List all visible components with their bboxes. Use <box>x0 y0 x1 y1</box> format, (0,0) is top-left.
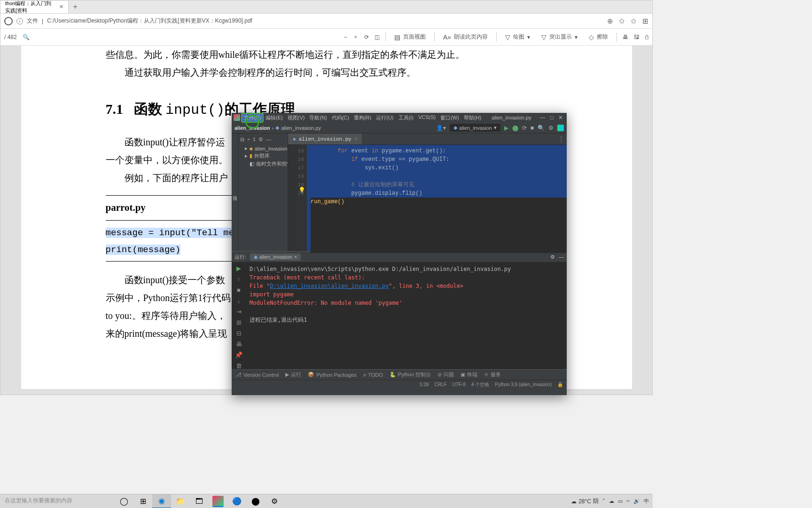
layout-icon[interactable]: ⊞ <box>236 319 242 326</box>
project-tool-stripe[interactable]: 项目 <box>232 134 238 251</box>
run-output[interactable]: D:\alien_invasion\venv\Scripts\python.ex… <box>246 262 567 369</box>
chevron-up-icon[interactable]: ˄ <box>602 498 605 504</box>
print-icon[interactable]: 🖶 <box>236 341 242 348</box>
debug-icon[interactable]: ⬤ <box>512 125 518 131</box>
draw-button[interactable]: ▽绘图▾ <box>502 33 533 41</box>
menu-help[interactable]: 帮助(H) <box>462 114 483 122</box>
plugin-icon[interactable] <box>557 125 564 131</box>
star-icon[interactable]: ✩ <box>619 17 625 25</box>
run-icon[interactable]: ▶ <box>504 125 508 131</box>
tree-select-icon[interactable]: ⊟ <box>240 136 244 143</box>
trash-icon[interactable]: 🗑 <box>236 362 242 369</box>
wifi-icon[interactable]: ⌔ <box>626 499 630 504</box>
highlight-button[interactable]: ▽突出显示▾ <box>539 33 580 41</box>
app-icon[interactable]: ⬤ <box>246 494 265 508</box>
file-link[interactable]: D:\alien_invasion\alien_invasion.py <box>270 283 389 289</box>
up-icon[interactable]: ↑ <box>237 276 241 283</box>
cast-icon[interactable]: ▭ <box>618 498 623 504</box>
save-icon[interactable]: 🖫 <box>634 34 640 40</box>
python-console-button[interactable]: 🐍 Python 控制台 <box>390 371 431 378</box>
pycharm-titlebar[interactable]: 文件(F) 编辑(E) 视图(V) 导航(N) 代码(C) 重构(R) 运行(U… <box>232 113 567 122</box>
rerun-icon[interactable]: ▶ <box>236 265 241 272</box>
tree-expand-icon[interactable]: ÷ <box>247 136 250 142</box>
version-control-button[interactable]: ⎇ Version Control <box>235 372 279 378</box>
onedrive-icon[interactable]: ☁ <box>609 498 614 504</box>
export-icon[interactable]: ⇥ <box>236 308 242 315</box>
search-input[interactable]: 在这里输入你要搜索的内容 <box>2 496 115 507</box>
stop-icon[interactable]: ■ <box>237 286 241 294</box>
lock-icon[interactable]: 🔒 <box>557 382 563 387</box>
settings-icon[interactable]: ⚙ <box>265 494 284 508</box>
task-view-button[interactable]: ⊞ <box>133 494 152 508</box>
run-tab[interactable]: ◆ alien_invasion × <box>250 254 301 261</box>
zoom-in-icon[interactable]: ＋ <box>353 33 359 41</box>
encoding[interactable]: UTF-8 <box>453 382 466 387</box>
tree-scratches[interactable]: ◧ 临时文件和控制 <box>238 160 288 168</box>
fit-icon[interactable]: ◫ <box>375 34 380 40</box>
print-icon[interactable]: 🖶 <box>623 34 628 40</box>
tree-folder-root[interactable]: ▸ ■ alien_invasion <box>238 145 288 152</box>
pycharm-taskbar-icon[interactable] <box>212 496 224 507</box>
cursor-position[interactable]: 5:39 <box>420 382 429 387</box>
close-icon[interactable]: ✕ <box>59 4 63 10</box>
collections-icon[interactable]: ⊞ <box>642 17 648 25</box>
search-icon[interactable]: 🔍 <box>23 34 30 40</box>
menu-tools[interactable]: 工具(I) <box>397 114 415 122</box>
menu-file[interactable]: 文件(F) <box>242 114 263 122</box>
stop-icon[interactable]: ■ <box>531 125 534 131</box>
edge-icon[interactable]: ◉ <box>152 494 171 508</box>
code-editor[interactable]: ◆ alien_invasion.py × ⋮ 关闭 15 16 17 18 1… <box>288 134 567 251</box>
share-icon[interactable]: ⎙ <box>645 34 648 40</box>
intention-bulb-icon[interactable]: 💡 <box>298 186 305 195</box>
maximize-icon[interactable]: □ <box>550 114 554 121</box>
qq-icon[interactable]: 🔵 <box>227 494 246 508</box>
ime-indicator[interactable]: 中 <box>644 498 649 505</box>
start-button[interactable]: ◯ <box>115 494 133 508</box>
close-icon[interactable]: × <box>294 254 297 260</box>
url-display[interactable]: i 文件 | C:/Users/ciame/Desktop/Python编程：从… <box>16 17 603 25</box>
volume-icon[interactable]: 🔊 <box>633 498 640 504</box>
todo-button[interactable]: ≡ TODO <box>363 372 383 378</box>
hide-icon[interactable]: — <box>266 136 271 142</box>
code-area[interactable]: 💡 for event in pygame.event.get(): if ev… <box>307 145 567 251</box>
menu-run[interactable]: 运行(U) <box>374 114 395 122</box>
hide-icon[interactable]: — <box>559 254 564 260</box>
interpreter[interactable]: Python 3.9 (alien_invasion) <box>495 382 552 387</box>
services-button[interactable]: ⚛ 服务 <box>484 371 501 378</box>
zoom-out-icon[interactable]: − <box>344 34 347 40</box>
indent[interactable]: 4 个空格 <box>471 381 489 388</box>
app-icon[interactable]: 🗔 <box>190 494 209 508</box>
menu-code[interactable]: 代码(C) <box>330 114 351 122</box>
gear-icon[interactable]: ⚙ <box>550 254 555 260</box>
project-tree[interactable]: ⊟ ÷ ‡ ⚙ — ▸ ■ alien_invasion ▸ ▮ 外部库 ◧ 临… <box>238 134 288 251</box>
tree-external-libs[interactable]: ▸ ▮ 外部库 <box>238 152 288 160</box>
menu-refactor[interactable]: 重构(R) <box>352 114 373 122</box>
menu-vcs[interactable]: VCS(S) <box>416 114 437 122</box>
menu-view[interactable]: 视图(V) <box>286 114 307 122</box>
close-icon[interactable]: × <box>354 136 358 142</box>
wrap-icon[interactable]: ⊟ <box>236 330 242 337</box>
read-aloud-button[interactable]: A»朗读此页内容 <box>440 33 491 41</box>
more-run-icon[interactable]: ⟳ <box>522 125 527 131</box>
breadcrumb[interactable]: alien_invasion › ◆ alien_invasion.py <box>234 125 321 131</box>
zoom-icon[interactable]: ⊕ <box>607 17 613 25</box>
rotate-icon[interactable]: ⟳ <box>364 34 369 40</box>
down-icon[interactable]: ↓ <box>237 297 241 304</box>
search-icon[interactable]: 🔍 <box>538 125 545 131</box>
editor-tab[interactable]: ◆ alien_invasion.py × <box>288 134 362 144</box>
terminal-button[interactable]: ▣ 终端 <box>461 371 477 378</box>
more-icon[interactable]: ⋮ <box>558 135 567 143</box>
user-icon[interactable]: 👤▾ <box>436 125 446 131</box>
browser-tab[interactable]: thon编程：从入门到实践[资料 ✕ <box>0 1 69 13</box>
menu-window[interactable]: 窗口(W) <box>438 114 461 122</box>
reload-icon[interactable] <box>4 17 13 25</box>
gear-icon[interactable]: ⚙ <box>548 125 554 131</box>
weather-widget[interactable]: ☁ 28°C 阴 <box>571 497 599 505</box>
minimize-icon[interactable]: — <box>540 114 546 121</box>
erase-button[interactable]: ◇擦除 <box>586 33 611 41</box>
info-icon[interactable]: i <box>16 18 23 24</box>
packages-button[interactable]: 📦 Python Packages <box>308 372 357 378</box>
favorite-icon[interactable]: ✩ <box>631 17 637 25</box>
close-icon[interactable]: ✕ <box>558 114 563 121</box>
explorer-icon[interactable]: 📁 <box>171 494 190 508</box>
